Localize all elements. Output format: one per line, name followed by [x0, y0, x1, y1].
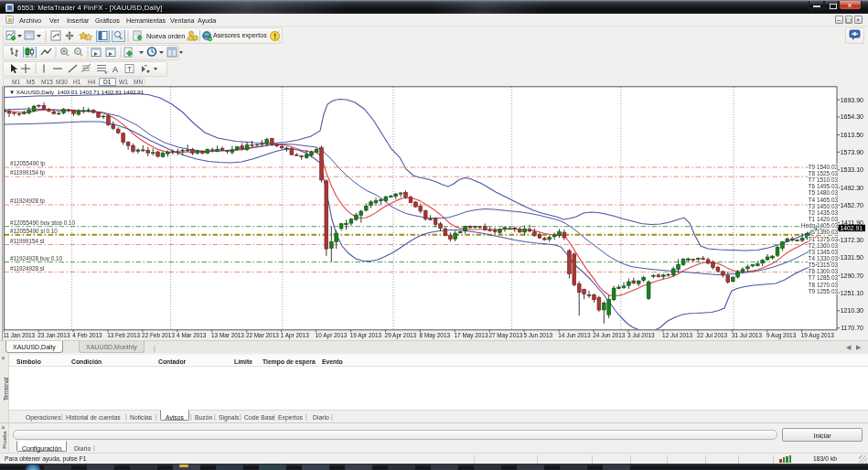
svg-text:1613.50: 1613.50 [841, 132, 863, 138]
svg-text:3 Jul 2013: 3 Jul 2013 [627, 332, 655, 338]
svg-text:29 Apr 2013: 29 Apr 2013 [385, 332, 417, 339]
svg-text:T4 1465.03: T4 1465.03 [809, 197, 839, 203]
svg-text:22 Jul 2013: 22 Jul 2013 [697, 332, 727, 338]
svg-text:T8 1525.03: T8 1525.03 [809, 170, 839, 176]
svg-text:4 Mar 2013: 4 Mar 2013 [177, 332, 207, 338]
svg-text:T3 1450.03: T3 1450.03 [809, 203, 839, 209]
svg-text:13 Feb 2013: 13 Feb 2013 [107, 332, 140, 338]
svg-text:27 May 2013: 27 May 2013 [488, 332, 522, 339]
svg-text:1402.91: 1402.91 [840, 225, 863, 231]
svg-text:T7 1510.03: T7 1510.03 [809, 176, 839, 183]
svg-text:11 Jan 2013: 11 Jan 2013 [3, 332, 35, 338]
svg-text:1251.10: 1251.10 [841, 290, 863, 296]
svg-text:#11924928 sl: #11924928 sl [10, 265, 44, 272]
svg-text:T9 1540.03: T9 1540.03 [809, 164, 839, 170]
svg-text:8 May 2013: 8 May 2013 [420, 332, 451, 339]
svg-text:31 Jul 2013: 31 Jul 2013 [732, 332, 762, 338]
svg-text:T8 1270.03: T8 1270.03 [809, 282, 839, 288]
svg-text:1452.70: 1452.70 [841, 202, 863, 208]
svg-text:5 Jun 2013: 5 Jun 2013 [523, 332, 552, 338]
svg-text:14 Jun 2013: 14 Jun 2013 [558, 332, 591, 338]
svg-text:1331.50: 1331.50 [841, 254, 863, 261]
svg-text:12 Jul 2013: 12 Jul 2013 [662, 332, 692, 338]
svg-text:19 Aug 2013: 19 Aug 2013 [801, 332, 834, 339]
svg-text:1210.30: 1210.30 [841, 307, 863, 314]
svg-text:1654.30: 1654.30 [841, 113, 863, 120]
svg-text:T: T [127, 65, 132, 73]
svg-text:22 Feb 2013: 22 Feb 2013 [142, 332, 175, 338]
svg-text:#12055490 tp: #12055490 tp [10, 160, 46, 167]
svg-text:1492.30: 1492.30 [841, 185, 863, 191]
svg-text:#11924928 tp: #11924928 tp [10, 198, 46, 205]
svg-text:T4 1330.03: T4 1330.03 [809, 255, 839, 262]
svg-text:1573.90: 1573.90 [841, 149, 863, 155]
svg-text:#11999154 tp: #11999154 tp [10, 169, 46, 176]
svg-text:T3 1345.03: T3 1345.03 [809, 249, 839, 255]
svg-text:T6 1495.03: T6 1495.03 [809, 183, 839, 189]
svg-text:T5 1315.03: T5 1315.03 [809, 262, 839, 268]
svg-text:1290.70: 1290.70 [841, 272, 863, 279]
svg-text:19 Apr 2013: 19 Apr 2013 [350, 332, 382, 339]
svg-text:23 Jan 2013: 23 Jan 2013 [38, 332, 70, 338]
svg-text:9 Aug 2013: 9 Aug 2013 [766, 332, 797, 339]
svg-text:1170.70: 1170.70 [841, 325, 863, 331]
svg-text:22 Mar 2013: 22 Mar 2013 [246, 332, 279, 338]
svg-text:13 Mar 2013: 13 Mar 2013 [211, 332, 244, 338]
svg-text:10 Apr 2013: 10 Apr 2013 [316, 332, 348, 339]
svg-text:#12055490 buy stop 0.10: #12055490 buy stop 0.10 [10, 219, 76, 227]
svg-text:17 May 2013: 17 May 2013 [455, 332, 488, 339]
svg-text:T2 1360.03: T2 1360.03 [809, 242, 839, 249]
svg-text:1 Apr 2013: 1 Apr 2013 [281, 332, 309, 339]
svg-text:T5 1480.03: T5 1480.03 [809, 189, 839, 196]
svg-text:T7 1285.03: T7 1285.03 [809, 274, 839, 281]
svg-text:#11999154 sl: #11999154 sl [10, 238, 44, 244]
svg-text:A: A [113, 65, 118, 74]
svg-text:T1 1420.03: T1 1420.03 [809, 216, 839, 222]
svg-text:1693.90: 1693.90 [841, 97, 863, 103]
svg-text:T1 1375.03: T1 1375.03 [809, 236, 839, 242]
svg-text:S 1390.03: S 1390.03 [811, 229, 839, 235]
svg-text:4 Feb 2013: 4 Feb 2013 [72, 332, 102, 338]
svg-text:1533.10: 1533.10 [841, 166, 863, 173]
svg-text:T6 1300.03: T6 1300.03 [809, 268, 839, 274]
svg-text:T9 1255.03: T9 1255.03 [809, 288, 839, 294]
svg-text:#11924928 buy 0.10: #11924928 buy 0.10 [10, 255, 62, 262]
svg-text:▼ XAUUSD,Daily 1403.01 1403.7: ▼ XAUUSD,Daily 1403.01 1403.71 1402.81 1… [9, 89, 145, 95]
svg-text:1372.30: 1372.30 [841, 237, 863, 243]
svg-text:T2 1435.03: T2 1435.03 [809, 209, 839, 216]
svg-text:24 Jun 2013: 24 Jun 2013 [593, 332, 626, 338]
svg-text:#12055490 sl 0.10: #12055490 sl 0.10 [10, 228, 58, 234]
